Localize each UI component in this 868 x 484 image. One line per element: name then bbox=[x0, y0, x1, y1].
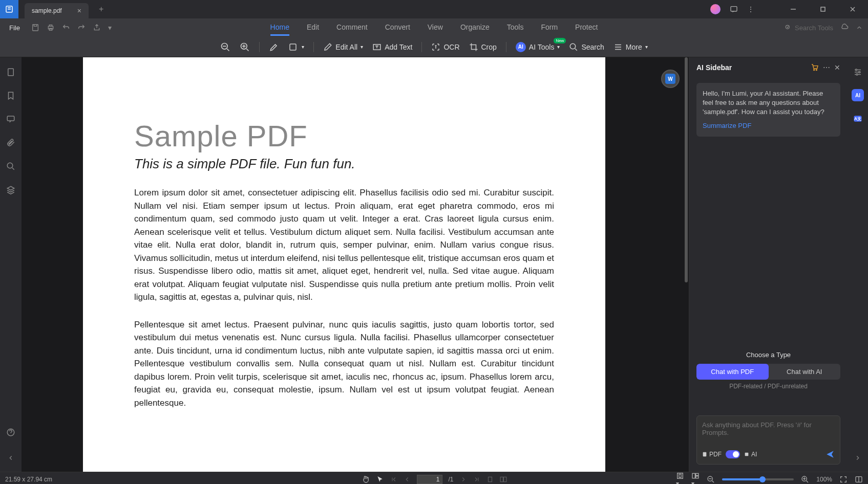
share-icon[interactable] bbox=[93, 24, 101, 32]
highlight-button[interactable] bbox=[269, 42, 279, 52]
add-text-button[interactable]: Add Text bbox=[372, 42, 412, 52]
dropdown-icon[interactable]: ▾ bbox=[108, 24, 112, 32]
doc-subtitle: This is a simple PDF file. Fun fun fun. bbox=[134, 156, 554, 172]
menu-edit[interactable]: Edit bbox=[307, 20, 319, 36]
minimize-button[interactable] bbox=[783, 0, 803, 18]
chat-type-toggle: Chat with PDF Chat with AI bbox=[696, 364, 840, 380]
prev-page-icon[interactable] bbox=[403, 476, 410, 483]
menu-comment[interactable]: Comment bbox=[336, 20, 368, 36]
svg-line-17 bbox=[247, 49, 249, 51]
fit-page-icon[interactable]: ▾ bbox=[676, 472, 684, 485]
undo-icon[interactable] bbox=[62, 24, 70, 32]
menu-organize[interactable]: Organize bbox=[460, 20, 490, 36]
menu-protect[interactable]: Protect bbox=[575, 20, 598, 36]
layers-icon[interactable] bbox=[6, 185, 15, 194]
app-logo[interactable] bbox=[0, 0, 18, 18]
ai-tools-button[interactable]: AI AI Tools ▾ New bbox=[516, 42, 560, 52]
page-total: /1 bbox=[448, 476, 453, 483]
svg-rect-1 bbox=[731, 7, 737, 11]
ai-rail-icon[interactable]: AI bbox=[852, 89, 864, 101]
two-page-icon[interactable] bbox=[500, 476, 507, 483]
svg-rect-44 bbox=[692, 473, 695, 478]
maximize-button[interactable] bbox=[813, 0, 833, 18]
chevron-up-icon[interactable] bbox=[856, 24, 863, 31]
menu-form[interactable]: Form bbox=[541, 20, 558, 36]
translate-icon[interactable]: A文 bbox=[853, 114, 863, 124]
collapse-right-icon[interactable] bbox=[854, 454, 861, 461]
save-icon[interactable] bbox=[31, 24, 39, 32]
cloud-icon[interactable] bbox=[840, 24, 849, 32]
bookmark-icon[interactable] bbox=[6, 91, 15, 100]
next-page-icon[interactable] bbox=[460, 476, 467, 483]
chat-with-pdf-button[interactable]: Chat with PDF bbox=[696, 364, 769, 380]
search-button[interactable]: Search bbox=[569, 42, 604, 52]
comment-panel-icon[interactable] bbox=[6, 115, 15, 124]
view-mode-icon[interactable]: ▾ bbox=[691, 472, 700, 485]
convert-word-badge[interactable]: W bbox=[661, 70, 680, 88]
more-button[interactable]: More▾ bbox=[613, 42, 648, 52]
read-mode-icon[interactable] bbox=[855, 475, 863, 483]
select-tool-icon[interactable] bbox=[375, 475, 384, 483]
more-options-icon[interactable]: ⋯ bbox=[823, 63, 830, 72]
first-page-icon[interactable] bbox=[390, 476, 397, 483]
menu-convert[interactable]: Convert bbox=[385, 20, 410, 36]
redo-icon[interactable] bbox=[77, 24, 86, 32]
zoom-in-status-icon[interactable] bbox=[801, 475, 809, 483]
ocr-button[interactable]: OCR bbox=[431, 42, 459, 52]
summarize-link[interactable]: Summarize PDF bbox=[703, 121, 834, 130]
new-tab-button[interactable]: + bbox=[99, 5, 103, 14]
search-tools-input[interactable]: Search Tools bbox=[785, 24, 833, 32]
chat-with-ai-button[interactable]: Chat with AI bbox=[769, 364, 841, 380]
ai-sidebar: AI Sidebar ⋯ ✕ Hello, I'm Lumi, your AI … bbox=[689, 57, 848, 472]
pdf-page: Sample PDF This is a simple PDF file. Fu… bbox=[83, 57, 605, 472]
svg-rect-26 bbox=[7, 116, 14, 121]
svg-point-31 bbox=[816, 70, 817, 71]
close-tab-icon[interactable]: × bbox=[77, 7, 81, 15]
menu-home[interactable]: Home bbox=[270, 20, 289, 36]
kebab-menu-icon[interactable]: ⋮ bbox=[747, 5, 754, 13]
ai-prompt-input[interactable] bbox=[702, 421, 835, 446]
document-canvas[interactable]: Sample PDF This is a simple PDF file. Fu… bbox=[22, 57, 689, 472]
svg-rect-41 bbox=[503, 477, 506, 481]
attachment-icon[interactable] bbox=[6, 138, 15, 147]
crop-button[interactable]: Crop bbox=[469, 42, 497, 52]
chat-type-subtext: PDF-related / PDF-unrelated bbox=[689, 383, 848, 390]
chat-icon[interactable] bbox=[730, 5, 738, 13]
zoom-slider[interactable] bbox=[722, 478, 794, 480]
svg-rect-40 bbox=[500, 477, 503, 481]
user-avatar[interactable] bbox=[710, 4, 721, 14]
menu-view[interactable]: View bbox=[428, 20, 443, 36]
zoom-out-button[interactable] bbox=[220, 42, 230, 52]
edit-all-button[interactable]: Edit All▾ bbox=[323, 42, 363, 52]
svg-rect-46 bbox=[696, 476, 698, 478]
collapse-left-icon[interactable] bbox=[7, 454, 14, 461]
svg-rect-43 bbox=[679, 474, 681, 477]
settings-icon[interactable] bbox=[853, 68, 862, 77]
single-page-icon[interactable] bbox=[486, 476, 494, 483]
send-icon[interactable] bbox=[825, 450, 835, 459]
help-icon[interactable] bbox=[6, 428, 15, 437]
hand-tool-icon[interactable] bbox=[361, 475, 369, 483]
last-page-icon[interactable] bbox=[473, 476, 480, 483]
fullscreen-icon[interactable] bbox=[839, 475, 848, 483]
search-panel-icon[interactable] bbox=[6, 162, 15, 171]
shape-button[interactable]: ▾ bbox=[288, 42, 304, 52]
right-rail: AI A文 bbox=[848, 57, 868, 472]
thumbnails-icon[interactable] bbox=[6, 68, 15, 77]
cart-icon[interactable] bbox=[811, 63, 819, 72]
document-tab[interactable]: sample.pdf × bbox=[25, 3, 89, 18]
menu-tools[interactable]: Tools bbox=[507, 20, 524, 36]
close-window-button[interactable] bbox=[842, 0, 863, 18]
mode-toggle[interactable] bbox=[726, 450, 740, 458]
zoom-in-button[interactable] bbox=[240, 42, 250, 52]
svg-point-36 bbox=[856, 74, 858, 75]
zoom-out-status-icon[interactable] bbox=[707, 475, 715, 483]
close-ai-sidebar-icon[interactable]: ✕ bbox=[834, 63, 840, 72]
print-icon[interactable] bbox=[47, 24, 55, 32]
file-menu[interactable]: File bbox=[5, 22, 24, 34]
page-number-input[interactable]: 1 bbox=[416, 475, 442, 484]
zoom-percent: 100% bbox=[816, 476, 832, 483]
doc-paragraph-1: Lorem ipsum dolor sit amet, consectetuer… bbox=[134, 186, 554, 304]
svg-rect-33 bbox=[745, 453, 749, 456]
vertical-scrollbar[interactable] bbox=[685, 57, 688, 282]
